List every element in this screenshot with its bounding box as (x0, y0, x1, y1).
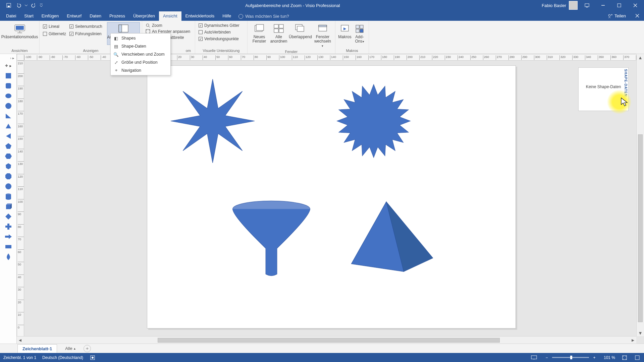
undo-button[interactable] (14, 1, 23, 10)
group-macros-label: Makros (337, 48, 367, 54)
tab-daten[interactable]: Daten (86, 11, 105, 21)
zoom-slider[interactable]: − + (543, 354, 598, 361)
presentation-mode-button[interactable]: Präsentationsmodus (2, 22, 37, 40)
new-window-button[interactable]: Neues Fenster (250, 22, 269, 44)
mini-circle[interactable] (4, 102, 12, 110)
arrange-all-button[interactable]: Alle anordnen (269, 22, 288, 44)
maximize-button[interactable] (612, 0, 626, 11)
mini-cube[interactable] (4, 203, 12, 210)
tab-prozess[interactable]: Prozess (105, 11, 129, 21)
mini-drop[interactable] (4, 253, 12, 260)
vertical-ruler[interactable]: 2102001901801701601501401301201101009080… (17, 61, 24, 336)
mini-triangle[interactable] (4, 122, 12, 130)
dd-shape-data[interactable]: ▤Shape-Daten (111, 42, 170, 50)
qat-customize[interactable] (39, 1, 44, 10)
mini-ellipse[interactable] (4, 92, 12, 100)
mini-diamond[interactable] (4, 213, 12, 220)
drawing-page[interactable] (147, 65, 516, 328)
mini-cross[interactable] (4, 223, 12, 230)
undo-dropdown[interactable] (24, 1, 28, 10)
tab-file[interactable]: Datei (2, 11, 20, 21)
page-tab-all[interactable]: Alle ▴ (60, 344, 80, 353)
zoom-in-button[interactable]: + (591, 354, 598, 361)
title-bar: Aufgabenbereiche und Zoom - Visio Profes… (0, 0, 644, 11)
chk-gitternetz[interactable]: Gitternetz (43, 32, 66, 36)
chk-fuehrungslinien[interactable]: ✓Führungslinien (69, 32, 102, 36)
drawing-canvas[interactable]: SHAPE-DATEN Keine Shape-Daten (24, 61, 636, 336)
chk-connection-points[interactable]: ✓Verbindungspunkte (197, 36, 241, 42)
pointer-tool-icon[interactable]: ⌖ ▸ (0, 62, 16, 69)
mini-pentagon[interactable] (4, 142, 12, 150)
mini-triangle-left[interactable] (4, 132, 12, 140)
mini-flag[interactable] (4, 243, 12, 250)
chk-autoconnect[interactable]: AutoVerbinden (197, 29, 241, 35)
zoom-level[interactable]: 101 % (604, 355, 615, 360)
mini-decagon[interactable] (4, 183, 12, 190)
tab-entwicklertools[interactable]: Entwicklertools (181, 11, 219, 21)
macros-button[interactable]: ▶Makros (337, 22, 352, 40)
shape-funnel[interactable] (231, 200, 312, 277)
tab-ueberpruefen[interactable]: Überprüfen (129, 11, 159, 21)
addons-button[interactable]: Add- Ons▾ (352, 22, 367, 44)
zoom-button[interactable]: Zoom (144, 23, 192, 28)
macro-record-icon[interactable] (89, 354, 96, 361)
dd-size-position[interactable]: ⤢Größe und Position (111, 58, 170, 66)
cascade-button[interactable]: Überlappend (288, 22, 312, 40)
scroll-left-button[interactable]: ◂ (17, 337, 23, 344)
vertical-scrollbar[interactable]: ▴ ▾ (636, 54, 644, 336)
mini-right-triangle[interactable] (4, 112, 12, 120)
zoom-track[interactable] (552, 357, 589, 358)
dd-pan-zoom[interactable]: 🔍Verschieben und Zoom (111, 50, 170, 58)
add-page-button[interactable]: ＋ (84, 345, 91, 352)
tab-start[interactable]: Start (20, 11, 37, 21)
mini-can[interactable] (4, 193, 12, 200)
mini-octagon[interactable] (4, 173, 12, 180)
tab-hilfe[interactable]: Hilfe (218, 11, 235, 21)
user-avatar[interactable] (569, 1, 578, 10)
tab-einfuegen[interactable]: Einfügen (38, 11, 63, 21)
scroll-right-button[interactable]: ▸ (630, 337, 636, 344)
close-document-button[interactable] (631, 14, 644, 21)
redo-button[interactable] (29, 1, 38, 10)
tab-entwurf[interactable]: Entwurf (63, 11, 86, 21)
mini-square[interactable] (4, 72, 12, 79)
scroll-down-button[interactable]: ▾ (637, 329, 644, 336)
tell-me-search[interactable]: Was möchten Sie tun? (237, 14, 292, 21)
expand-shapes-handle[interactable]: › ▸ (0, 54, 16, 62)
dd-shapes[interactable]: ◧Shapes (111, 34, 170, 42)
svg-rect-53 (635, 356, 639, 360)
share-button[interactable]: Teilen (605, 11, 631, 21)
mini-rounded-square[interactable] (4, 82, 12, 89)
ribbon-display-options[interactable] (580, 0, 594, 11)
mini-hexagon[interactable] (4, 153, 12, 160)
dd-navigation[interactable]: ⌖Navigation (111, 66, 170, 74)
shape-pyramid[interactable] (348, 200, 436, 274)
page-tab-1[interactable]: Zeichenblatt-1 (17, 344, 57, 353)
chk-seitenumbruch[interactable]: ✓Seitenumbruch (69, 24, 102, 29)
shape-data-pane[interactable]: SHAPE-DATEN Keine Shape-Daten (578, 67, 629, 111)
mini-arrow[interactable] (4, 233, 12, 240)
horizontal-scrollbar[interactable]: ◂ ▸ (17, 336, 636, 344)
chk-dynamic-grid[interactable]: ✓Dynamisches Gitter (197, 23, 241, 28)
fit-page-icon[interactable] (621, 354, 628, 361)
chk-lineal[interactable]: ✓Lineal (43, 24, 66, 29)
save-button[interactable] (4, 1, 13, 10)
shape-star-8pt[interactable] (171, 79, 255, 163)
user-name[interactable]: Fabio Basler (542, 3, 566, 8)
horizontal-ruler[interactable]: -100-90-80-70-60-50-40-30-20-10010203040… (17, 54, 636, 61)
tab-ansicht[interactable]: Ansicht (159, 11, 181, 21)
zoom-out-button[interactable]: − (543, 354, 550, 361)
shape-burst-seal[interactable] (335, 82, 412, 160)
status-language[interactable]: Deutsch (Deutschland) (42, 355, 83, 360)
switch-window-button[interactable]: Fenster wechseln ▾ (312, 22, 333, 49)
fullscreen-icon[interactable] (634, 354, 641, 361)
presentation-view-icon[interactable] (531, 354, 537, 361)
scroll-up-button[interactable]: ▴ (637, 54, 644, 61)
v-scroll-thumb[interactable] (638, 134, 643, 322)
zoom-thumb[interactable] (570, 356, 572, 359)
minimize-button[interactable] (596, 0, 610, 11)
close-button[interactable] (629, 0, 642, 11)
h-scroll-thumb[interactable] (158, 338, 500, 343)
mini-heptagon[interactable] (4, 163, 12, 170)
svg-rect-37 (6, 73, 11, 78)
